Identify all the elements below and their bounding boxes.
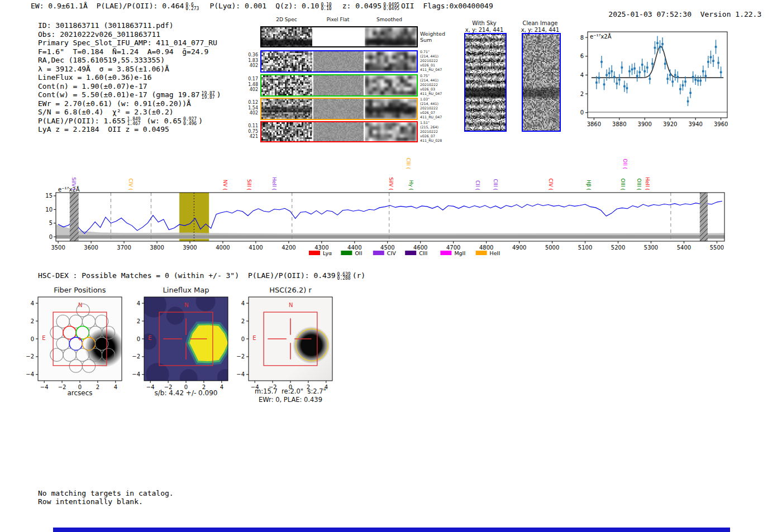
cutout-image-cell	[365, 122, 417, 141]
blank-row-text: Row intentionally blank.	[38, 497, 143, 506]
emission-line-label: HeII (	[271, 177, 277, 190]
text-segment: Cont(n) = 1.90(±0.07)e-17	[38, 82, 147, 90]
emission-line-label: CIV (	[548, 179, 554, 190]
compass-north-label: N	[289, 302, 293, 308]
svg-text:4: 4	[31, 300, 34, 306]
info-line: ID: 3011863711 (3011863711.pdf)	[38, 21, 221, 30]
svg-text:−4: −4	[132, 371, 140, 377]
svg-text:5400: 5400	[677, 245, 691, 251]
stacked-fraction: 0.100.10	[321, 3, 331, 11]
svg-text:3860: 3860	[587, 121, 601, 127]
legend-label: HeII	[490, 250, 500, 256]
emission-line-label: SiII (	[246, 179, 252, 190]
svg-text:8: 8	[580, 35, 584, 41]
cutout-image-cell	[261, 99, 312, 119]
cutout-image-cell	[365, 51, 417, 71]
cutout-image-cell	[261, 122, 312, 141]
cutout-image-cell	[313, 27, 364, 46]
emission-line-label: Hγ (	[408, 180, 414, 190]
emission-line-label: CIV (	[128, 179, 133, 190]
cutout-row-fiber-3	[260, 98, 418, 120]
cutout-image	[261, 99, 312, 119]
svg-text:10: 10	[45, 207, 53, 213]
svg-text:0: 0	[49, 234, 53, 240]
text-segment: Cont(w) = 5.50(±0.01)e-17 (gmag 19.87	[38, 90, 200, 99]
text-segment: F=1.6" T=0.184 N̄=1.24 A=0.94 ḡ=24.9	[38, 47, 208, 56]
svg-text:0: 0	[137, 336, 140, 342]
hsc-plae-label: EWr: 0, PLAE: 0.439	[229, 396, 352, 404]
cutout-image	[261, 27, 312, 46]
fiber-positions-plot: NE−4−2024−4−2024	[17, 282, 134, 394]
sky-cutout-canvas	[523, 34, 560, 131]
svg-text:4: 4	[137, 300, 140, 306]
cutout-image	[313, 51, 364, 71]
report-timestamp: 2025-01-03 07:52:30	[608, 10, 692, 18]
text-segment: RA,Dec (185.610519,55.333355)	[38, 56, 165, 64]
stacked-fraction: 0.6390.288	[337, 272, 351, 281]
text-segment: P(LAE)/P(OII): 1.655	[38, 117, 126, 125]
text-segment: EWr = 2.70(±0.61) (w: 0.91(±0.20))Å	[38, 99, 191, 108]
svg-text:3880: 3880	[612, 121, 626, 127]
cutout-image	[313, 75, 364, 95]
svg-text:3940: 3940	[688, 121, 702, 127]
text-segment: λ = 3912.49Å σ = 3.85(±1.06)Å	[38, 65, 169, 73]
svg-text:3900: 3900	[638, 121, 652, 127]
info-line: RA,Dec (185.610519,55.333355)	[38, 56, 221, 65]
cutout-image-cell	[365, 99, 417, 119]
sky-cutout-canvas	[465, 34, 506, 131]
svg-text:3960: 3960	[714, 121, 728, 127]
info-line: F=1.6" T=0.184 N̄=1.24 A=0.94 ḡ=24.9	[38, 47, 221, 56]
cutout-image-cell	[261, 51, 312, 71]
text-segment: z: 0.04950.04950.0495OII	[342, 2, 414, 11]
compass-east-label: E	[42, 335, 45, 341]
cutout-fiber-weights: 0.110.75421	[244, 123, 258, 140]
text-segment: P(Lyα): 0.001	[209, 2, 266, 10]
svg-text:5300: 5300	[644, 245, 658, 251]
cutout-image-cell	[313, 122, 364, 141]
svg-text:4100: 4100	[249, 245, 263, 251]
legend-label: MgII	[454, 250, 465, 256]
text-segment: S/N = 6.8(±0.4) χ² = 2.3(±0.2)	[38, 108, 174, 116]
info-line: EWr = 2.70(±0.61) (w: 0.91(±0.20))Å	[38, 99, 221, 108]
cutout-image	[261, 75, 312, 95]
text-segment: 1.8491.467	[126, 117, 142, 125]
text-segment: Flags:0x00400049	[423, 2, 493, 10]
svg-text:4: 4	[241, 300, 245, 306]
stacked-fraction: 0.9270.496	[183, 117, 197, 126]
catalog-match-line: HSC-DEX : Possible Matches = 0 (within +…	[38, 271, 374, 281]
stacked-fraction: 0.60.273	[185, 3, 199, 11]
header-summary-line: EW: 0.9±61.1ÅP(LAE)/P(OII): 0.4640.60.27…	[31, 2, 502, 11]
sky-panel-image-0	[464, 33, 507, 132]
no-match-text: No matching targets in catalog.	[38, 489, 174, 497]
elixer-report-page: EW: 0.9±61.1ÅP(LAE)/P(OII): 0.4640.60.27…	[0, 0, 782, 532]
cutout-fiber-info: 0.75"(214, 441)20210222v026_03411_RU_047	[420, 74, 442, 96]
cutout-image-cell	[313, 99, 364, 119]
cutout-col-header: 2D Spec	[261, 17, 312, 22]
stacked-fraction: 19.8719.87	[202, 92, 215, 100]
legend-label: Lyα	[323, 250, 332, 256]
svg-text:3700: 3700	[117, 245, 131, 251]
cutout-image	[261, 122, 312, 141]
compass-north-label: N	[184, 302, 188, 308]
text-segment: )	[217, 90, 221, 99]
line-fit-plot: 38603880390039203940396002468e⁻¹⁷x2Å	[575, 23, 732, 130]
text-segment: 19.8719.87	[200, 90, 217, 99]
info-line: Obs: 20210222v026_3011863711	[38, 30, 221, 39]
svg-text:2: 2	[241, 318, 245, 324]
emission-line-label: Hβ (	[586, 180, 592, 190]
emission-line-label: CII (	[475, 180, 480, 190]
info-line: S/N = 6.8(±0.4) χ² = 2.3(±0.2)	[38, 108, 221, 117]
emission-line-label: HeII (	[645, 177, 650, 190]
svg-text:5100: 5100	[578, 245, 592, 251]
text-segment: Q(z): 0.100.100.10	[275, 2, 333, 11]
svg-text:4: 4	[580, 72, 584, 78]
lineflux-map-plot: NE−4−2024−4−2024	[123, 282, 240, 394]
sky-panel-title: Clean Imagex, y: 214, 441	[511, 20, 570, 33]
cutout-image	[313, 99, 364, 119]
section-divider	[53, 528, 730, 532]
full-spectrum-plot: 3500360037003800390040004100420043004400…	[39, 148, 737, 260]
svg-text:−2: −2	[236, 353, 245, 360]
emission-line-label: NV (	[222, 180, 228, 190]
svg-text:3900: 3900	[183, 245, 197, 251]
cutout-fiber-weights: 0.171.48402	[244, 76, 258, 93]
